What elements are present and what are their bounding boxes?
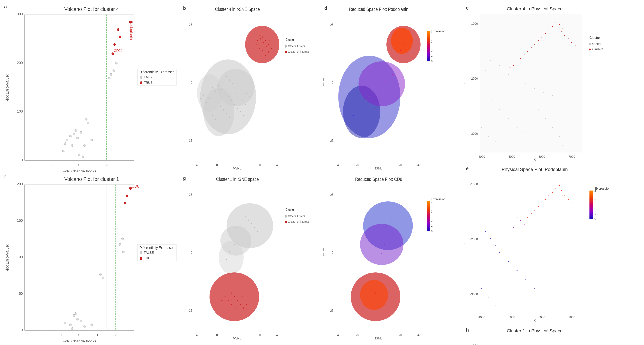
- svg-text:-40: -40: [195, 163, 199, 167]
- svg-text:7000: 7000: [568, 316, 575, 319]
- svg-point-294: [531, 47, 532, 48]
- svg-text:2: 2: [594, 207, 596, 211]
- svg-text:100: 100: [17, 255, 23, 259]
- svg-point-243: [378, 296, 379, 297]
- svg-text:-20: -20: [355, 333, 359, 337]
- svg-point-150: [285, 51, 287, 53]
- svg-point-35: [108, 77, 110, 79]
- svg-point-284: [562, 145, 563, 146]
- svg-point-171: [369, 96, 370, 97]
- svg-point-126: [246, 92, 247, 94]
- svg-point-299: [513, 65, 514, 66]
- svg-point-115: [223, 109, 224, 110]
- svg-point-325: [481, 288, 482, 289]
- svg-point-116: [226, 113, 227, 114]
- svg-text:0: 0: [21, 328, 23, 332]
- svg-point-82: [119, 243, 121, 245]
- svg-point-207: [226, 259, 227, 260]
- svg-point-307: [589, 48, 591, 50]
- svg-text:X: X: [534, 158, 536, 162]
- svg-text:t-SNE: t-SNE: [182, 247, 183, 257]
- svg-point-303: [568, 38, 569, 39]
- svg-text:-25: -25: [188, 309, 192, 313]
- svg-point-280: [538, 109, 538, 110]
- svg-text:1: 1: [431, 54, 433, 57]
- svg-point-206: [229, 251, 230, 253]
- svg-text:200: 200: [17, 182, 23, 186]
- svg-point-219: [222, 300, 222, 301]
- svg-text:25: 25: [330, 23, 333, 26]
- svg-text:40: 40: [418, 333, 420, 337]
- svg-point-28: [71, 144, 73, 146]
- svg-point-109: [231, 100, 232, 101]
- svg-point-203: [238, 223, 240, 224]
- svg-point-86: [126, 195, 128, 197]
- svg-text:0: 0: [78, 163, 80, 167]
- svg-point-114: [220, 106, 221, 107]
- svg-text:25: 25: [189, 193, 192, 197]
- tsne-b: Cluster 4 in t-SNE Space t-SNE t-SNE 25 …: [182, 3, 321, 172]
- svg-point-128: [203, 94, 204, 96]
- svg-point-30: [78, 154, 80, 156]
- gene-podoplanin: Podoplanin: [129, 21, 133, 40]
- axis-x-a: Fold Change (log2): [63, 169, 96, 172]
- svg-point-139: [258, 48, 260, 49]
- svg-text:40: 40: [276, 163, 279, 167]
- svg-point-295: [527, 51, 528, 52]
- svg-text:-20: -20: [214, 163, 218, 167]
- svg-point-338: [561, 190, 562, 191]
- svg-point-143: [270, 40, 270, 41]
- svg-point-122: [236, 92, 236, 94]
- svg-text:2: 2: [431, 49, 433, 53]
- svg-point-73: [64, 322, 66, 324]
- svg-text:7000: 7000: [568, 155, 575, 158]
- svg-text:-25: -25: [330, 139, 334, 142]
- svg-point-105: [218, 85, 220, 86]
- svg-point-220: [243, 307, 244, 309]
- svg-point-24: [80, 131, 82, 134]
- svg-point-135: [260, 38, 261, 39]
- svg-text:tSNE: tSNE: [323, 248, 324, 256]
- svg-point-268: [534, 88, 535, 89]
- svg-point-163: [358, 61, 405, 106]
- svg-point-129: [200, 98, 201, 99]
- svg-point-262: [490, 60, 491, 60]
- svg-text:0: 0: [378, 333, 379, 337]
- svg-point-27: [75, 129, 77, 131]
- svg-text:150: 150: [17, 218, 23, 223]
- legend-interest-g: Cluster of Interest: [288, 220, 309, 223]
- svg-point-132: [226, 76, 227, 77]
- svg-point-341: [571, 203, 572, 203]
- svg-text:-40: -40: [336, 333, 340, 337]
- svg-point-77: [91, 324, 93, 326]
- svg-point-269: [543, 92, 544, 92]
- svg-rect-245: [427, 201, 430, 231]
- svg-point-209: [231, 293, 232, 294]
- svg-text:0: 0: [431, 59, 433, 63]
- svg-point-265: [508, 74, 509, 75]
- svg-point-272: [492, 101, 493, 101]
- svg-text:300: 300: [17, 12, 23, 16]
- svg-point-319: [495, 245, 496, 246]
- panel-label-e: e: [466, 166, 468, 171]
- svg-point-273: [499, 109, 500, 110]
- svg-point-332: [545, 199, 546, 200]
- gene-cd8: CD8: [132, 184, 139, 188]
- svg-point-211: [237, 300, 238, 301]
- svg-point-244: [381, 300, 382, 301]
- svg-point-78: [71, 327, 73, 330]
- svg-text:0: 0: [594, 217, 596, 221]
- svg-point-166: [354, 115, 354, 116]
- svg-point-83: [122, 238, 124, 240]
- svg-point-304: [571, 42, 572, 43]
- legend-title-e: Expression: [595, 187, 610, 190]
- svg-point-111: [237, 107, 238, 109]
- panel-label-f: f: [4, 174, 6, 180]
- svg-point-339: [564, 196, 565, 196]
- phys-h: Cluster 1 in Physical Space Y X h -1000 …: [464, 325, 641, 345]
- plot-d-title: Reduced Space Plot: Podoplanin: [349, 6, 408, 12]
- svg-point-127: [249, 96, 250, 97]
- svg-point-317: [485, 231, 486, 232]
- svg-point-136: [263, 42, 264, 43]
- svg-point-276: [526, 131, 526, 131]
